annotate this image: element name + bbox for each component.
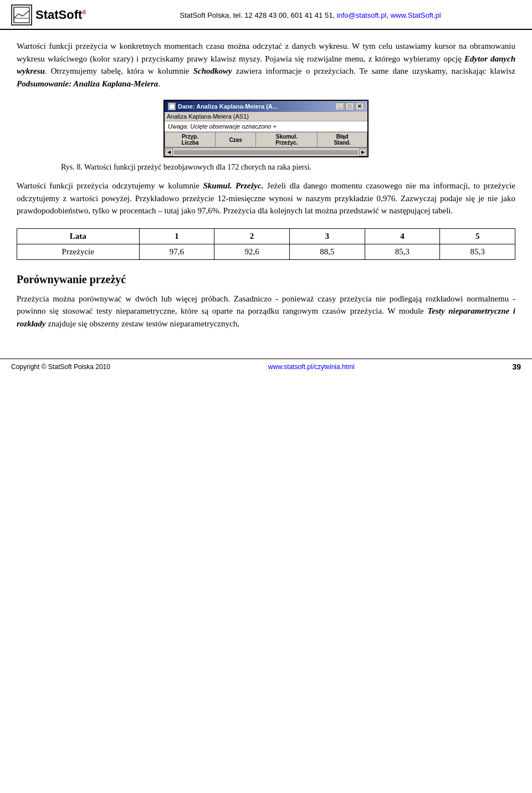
win-dialog: ▦ Dane: Analiza Kaplana-Meiera (A... _ □… xyxy=(163,100,369,157)
summary-col-4: 4 xyxy=(365,228,440,244)
win-titlebar-icon: ▦ xyxy=(168,103,176,110)
section-heading: Porównywanie przeżyć xyxy=(17,273,515,286)
svg-line-3 xyxy=(23,11,29,16)
header-email-link[interactable]: info@statsoft.pl xyxy=(337,11,387,19)
scroll-track xyxy=(174,150,358,155)
summary-table: Lata 1 2 3 4 5 Przeżycie 97,6 92,6 88,5 … xyxy=(17,228,515,260)
summary-col-lata: Lata xyxy=(17,228,140,244)
win-close-button[interactable]: ✕ xyxy=(355,103,364,110)
col-header-czas: Czas xyxy=(215,132,255,147)
page-number: 39 xyxy=(512,362,521,371)
win-titlebar: ▦ Dane: Analiza Kaplana-Meiera (A... _ □… xyxy=(165,101,367,112)
comparison-paragraph: Przeżycia można porównywać w dwóch lub w… xyxy=(17,293,515,330)
row-val-2: 92,6 xyxy=(214,244,290,259)
row-val-1: 97,6 xyxy=(139,244,214,259)
col-header-blad: BłądStand. xyxy=(318,132,367,147)
summary-col-5: 5 xyxy=(440,228,515,244)
col-header-id: Przyp.Liczba xyxy=(165,132,216,147)
copyright-text: Copyright © StatSoft Polska 2010 xyxy=(11,363,110,371)
page-footer: Copyright © StatSoft Polska 2010 www.sta… xyxy=(0,359,532,375)
row-val-5: 85,3 xyxy=(440,244,515,259)
win-maximize-button[interactable]: □ xyxy=(345,103,354,110)
win-titlebar-buttons[interactable]: _ □ ✕ xyxy=(335,103,364,110)
svg-line-2 xyxy=(18,14,23,16)
page-header: StatSoft® StatSoft Polska, tel. 12 428 4… xyxy=(0,0,532,30)
summary-col-2: 2 xyxy=(214,228,290,244)
table-row: Przeżycie 97,6 92,6 88,5 85,3 85,3 xyxy=(17,244,515,259)
intro-paragraph: Wartości funkcji przeżycia w konkretnych… xyxy=(17,40,515,90)
win-info-row: Uwaga: Ucięte obserwacje oznaczono + xyxy=(165,121,367,132)
col-header-skumul: Skumul.Przeżyc. xyxy=(256,132,318,147)
scroll-right-button[interactable]: ▶ xyxy=(359,149,367,156)
summary-col-1: 1 xyxy=(139,228,214,244)
header-contact: StatSoft Polska, tel. 12 428 43 00, 601 … xyxy=(100,11,521,19)
row-label-przezycie: Przeżycie xyxy=(17,244,140,259)
win-note: Uwaga: Ucięte obserwacje oznaczono + xyxy=(168,123,277,130)
win-title-text: Dane: Analiza Kaplana-Meiera (A... xyxy=(178,103,278,110)
win-menu-row: Analiza Kaplana-Meiera (AS1) xyxy=(165,112,367,121)
svg-rect-0 xyxy=(14,7,29,23)
row-val-4: 85,3 xyxy=(365,244,440,259)
win-table-wrapper: Przyp.Liczba Czas Skumul.Przeżyc. BłądSt… xyxy=(165,132,367,156)
page-content: Wartości funkcji przeżycia w konkretnych… xyxy=(0,30,532,342)
dialog-container: ▦ Dane: Analiza Kaplana-Meiera (A... _ □… xyxy=(17,100,515,157)
analysis-paragraph: Wartości funkcji przeżycia odczytujemy w… xyxy=(17,180,515,217)
scroll-left-button[interactable]: ◀ xyxy=(165,149,173,156)
logo-area: StatSoft® xyxy=(11,4,100,25)
win-subtitle: Analiza Kaplana-Meiera (AS1) xyxy=(167,113,249,120)
logo-text: StatSoft® xyxy=(35,8,86,22)
header-website-link[interactable]: www.StatSoft.pl xyxy=(391,11,441,19)
logo-icon xyxy=(11,4,32,25)
win-titlebar-left: ▦ Dane: Analiza Kaplana-Meiera (A... xyxy=(168,103,278,110)
fig-caption: Rys. 8. Wartości funkcji przeżyć bezobja… xyxy=(61,163,515,172)
summary-col-3: 3 xyxy=(289,228,365,244)
win-minimize-button[interactable]: _ xyxy=(335,103,344,110)
row-val-3: 88,5 xyxy=(289,244,365,259)
win-hscrollbar[interactable]: ◀ ▶ xyxy=(165,147,367,156)
footer-link[interactable]: www.statsoft.pl/czytelnia.html xyxy=(268,363,355,371)
win-data-table: Przyp.Liczba Czas Skumul.Przeżyc. BłądSt… xyxy=(165,132,367,147)
svg-line-1 xyxy=(14,14,18,18)
